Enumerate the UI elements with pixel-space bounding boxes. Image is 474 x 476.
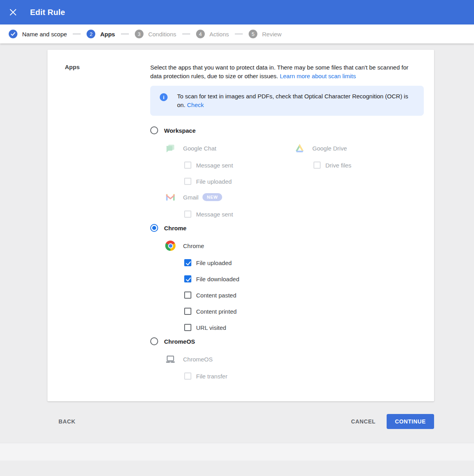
stepper-connector [73, 34, 81, 34]
radio-label: Workspace [164, 127, 196, 134]
app-name: ChromeOS [183, 356, 213, 363]
back-button[interactable]: BACK [59, 418, 76, 425]
google-drive-icon [295, 143, 305, 153]
step-label: Name and scope [22, 31, 67, 38]
radio-label: ChromeOS [164, 338, 195, 345]
workspace-group: Workspace [150, 126, 424, 218]
checkbox-url-visited[interactable]: URL visited [184, 324, 424, 331]
checkbox-label: URL visited [196, 324, 226, 331]
app-name: Chrome [183, 243, 204, 249]
checkbox-label: File uploaded [196, 178, 232, 185]
checkbox-label: File uploaded [196, 260, 232, 266]
checkbox-file-uploaded[interactable]: File uploaded [184, 259, 424, 266]
appbar: Edit Rule [0, 0, 474, 24]
checkbox-chat-file-uploaded: File uploaded [184, 178, 295, 185]
google-chat-icon [165, 143, 176, 153]
gmail-icon [165, 192, 176, 202]
stepper-step-conditions: 3 Conditions [135, 30, 176, 38]
scan-limits-link[interactable]: Learn more about scan limits [280, 73, 356, 79]
checkbox-label: File transfer [196, 373, 227, 380]
radio-button[interactable] [150, 224, 158, 232]
checkbox-gmail-message-sent: Message sent [184, 211, 295, 218]
checkbox-label: Message sent [196, 211, 233, 218]
checkbox-content-pasted[interactable]: Content pasted [184, 292, 424, 299]
checkbox [313, 162, 321, 169]
close-icon[interactable] [9, 8, 17, 17]
checkbox-label: File downloaded [196, 276, 239, 282]
stepper-connector [121, 34, 129, 34]
step-label: Actions [210, 31, 229, 38]
section-label: Apps [65, 63, 150, 380]
cancel-button[interactable]: CANCEL [351, 418, 376, 425]
chrome-icon [165, 241, 176, 251]
radio-button[interactable] [150, 126, 158, 134]
app-name: Gmail [183, 194, 198, 201]
step-number: 5 [249, 30, 257, 38]
stepper-connector [235, 34, 243, 34]
stepper-step-name-and-scope[interactable]: Name and scope [9, 30, 67, 38]
laptop-icon [165, 354, 176, 364]
step-label: Apps [100, 31, 115, 38]
chrome-app-block: Chrome File uploaded File downloaded [165, 240, 424, 331]
chrome-group: Chrome Chrome [150, 224, 424, 331]
checkbox-label: Content printed [196, 308, 237, 315]
stepper-step-apps[interactable]: 2 Apps [87, 30, 115, 38]
step-complete-check-icon [9, 30, 17, 38]
checkbox[interactable] [184, 292, 191, 299]
gmail-block: Gmail NEW Message sent [165, 191, 295, 218]
new-badge: NEW [202, 193, 222, 201]
checkbox-drive-files: Drive files [313, 162, 351, 169]
checkbox [184, 162, 191, 169]
checkbox-label: Content pasted [196, 292, 236, 299]
step-label: Review [262, 31, 281, 38]
bottom-strip [0, 443, 474, 461]
intro-text: Select the apps that you want to protect… [150, 63, 417, 81]
stepper: Name and scope 2 Apps 3 Conditions 4 Act… [0, 24, 474, 43]
app-name: Google Chat [183, 145, 216, 152]
intro-text-body: Select the apps that you want to protect… [150, 64, 408, 79]
checkbox [184, 178, 191, 185]
continue-button[interactable]: CONTINUE [387, 414, 434, 429]
apps-card: Apps Select the apps that you want to pr… [47, 50, 434, 401]
step-number: 4 [196, 30, 205, 38]
checkbox [184, 373, 191, 380]
checkbox-label: Message sent [196, 162, 233, 169]
radio-workspace[interactable]: Workspace [150, 126, 424, 134]
checkbox[interactable] [184, 324, 191, 331]
google-chat-block: Google Chat Message sent Fi [165, 142, 295, 185]
checkbox [184, 211, 191, 218]
checkbox[interactable] [184, 259, 191, 266]
ocr-banner-text: To scan for text in images and PDFs, che… [177, 92, 414, 109]
footer-actions: BACK CANCEL CONTINUE [47, 414, 434, 429]
ocr-check-link[interactable]: Check [187, 102, 204, 108]
checkbox-label: Drive files [325, 162, 351, 169]
step-number: 2 [87, 30, 95, 38]
checkbox[interactable] [184, 308, 191, 315]
ocr-info-banner: i To scan for text in images and PDFs, c… [150, 86, 424, 116]
page-body: Apps Select the apps that you want to pr… [0, 43, 474, 461]
ocr-text-body: To scan for text in images and PDFs, che… [177, 93, 408, 108]
info-icon: i [160, 93, 168, 101]
checkbox-file-transfer: File transfer [184, 373, 424, 380]
chromeos-app-block: ChromeOS File transfer [165, 353, 424, 380]
radio-chromeos[interactable]: ChromeOS [150, 337, 424, 345]
checkbox-file-downloaded[interactable]: File downloaded [184, 275, 424, 282]
radio-button[interactable] [150, 337, 158, 345]
step-label: Conditions [148, 31, 176, 38]
stepper-step-actions: 4 Actions [196, 30, 229, 38]
checkbox-content-printed[interactable]: Content printed [184, 308, 424, 315]
google-drive-block: Google Drive Drive files [295, 142, 351, 169]
dialog-title: Edit Rule [30, 8, 65, 17]
radio-chrome[interactable]: Chrome [150, 224, 424, 232]
checkbox[interactable] [184, 275, 191, 282]
radio-label: Chrome [164, 225, 187, 231]
app-name: Google Drive [312, 145, 347, 152]
stepper-connector [182, 34, 190, 34]
step-number: 3 [135, 30, 144, 38]
chromeos-group: ChromeOS ChromeOS [150, 337, 424, 380]
checkbox-chat-message-sent: Message sent [184, 162, 295, 169]
stepper-step-review: 5 Review [249, 30, 281, 38]
